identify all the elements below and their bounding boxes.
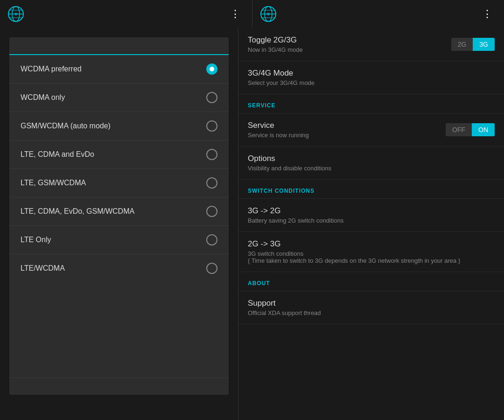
settings-item-subtitle-sec1_1: 3G switch conditions { Time taken to swi… [248,250,495,264]
settings-item-subtitle-1: Select your 3G/4G mode [248,79,495,86]
dialog-cancel-button[interactable] [9,378,229,395]
dialog-option-label-4: LTE, GSM/WCDMA [21,179,206,187]
settings-item-title-1: 3G/4G Mode [248,69,495,78]
settings-item-text-sec1_1: 2G -> 3G3G switch conditions { Time take… [248,239,495,264]
dialog-option-0[interactable]: WCDMA preferred [9,55,229,84]
toggle-option-3g[interactable]: 3G [473,38,495,51]
toggle-onoff-sec0_0[interactable]: OFFON [446,123,495,136]
settings-item-subtitle-sec0_1: Visibility and disable conditions [248,165,495,172]
dialog-option-3[interactable]: LTE, CDMA and EvDo [9,140,229,169]
toggle-2g3g-0[interactable]: 2G3G [451,38,495,51]
dialog-option-label-3: LTE, CDMA and EvDo [21,150,206,159]
radio-circle-3 [206,149,217,160]
settings-item-1[interactable]: 3G/4G ModeSelect your 3G/4G mode [238,61,504,94]
settings-item-title-sec1_1: 2G -> 3G [248,239,495,249]
dialog-option-label-1: WCDMA only [21,93,206,102]
settings-item-sec0_1[interactable]: OptionsVisibility and disable conditions [238,147,504,180]
toggle-option-2g[interactable]: 2G [451,38,473,51]
settings-item-text-1: 3G/4G ModeSelect your 3G/4G mode [248,69,495,86]
settings-item-text-sec0_1: OptionsVisibility and disable conditions [248,154,495,172]
dialog-option-label-0: WCDMA preferred [21,65,206,73]
settings-item-sec2_0[interactable]: SupportOfficial XDA support thread [238,291,504,324]
radio-circle-7 [206,263,217,274]
svg-point-5 [14,13,17,15]
toggle-option-on[interactable]: ON [472,123,495,136]
dialog-option-label-5: LTE, CDMA, EvDo, GSM/WCDMA [21,207,206,216]
settings-item-title-sec0_1: Options [248,154,495,163]
radio-circle-0 [206,63,217,75]
left-menu-button[interactable]: ⋮ [226,6,245,22]
section-header-1: SWITCH CONDITIONS [238,180,504,199]
app-icon-left [7,6,24,22]
dialog-option-1[interactable]: WCDMA only [9,84,229,112]
dialog-option-5[interactable]: LTE, CDMA, EvDo, GSM/WCDMA [9,197,229,226]
toggle-option-off[interactable]: OFF [446,123,472,136]
dialog-option-7[interactable]: LTE/WCDMA [9,254,229,282]
radio-circle-6 [206,234,217,245]
dialog-options: WCDMA preferredWCDMA onlyGSM/WCDMA (auto… [9,55,229,378]
settings-list: Toggle 2G/3GNow in 3G/4G mode2G3G3G/4G M… [238,28,504,324]
radio-circle-2 [206,120,217,132]
dialog-option-4[interactable]: LTE, GSM/WCDMA [9,169,229,197]
settings-item-subtitle-sec1_0: Battery saving 2G switch conditions [248,217,495,224]
right-panel: Toggle 2G/3GNow in 3G/4G mode2G3G3G/4G M… [238,28,504,420]
settings-item-0[interactable]: Toggle 2G/3GNow in 3G/4G mode2G3G [238,28,504,61]
right-app-bar: ⋮ [252,0,504,28]
dialog-option-label-2: GSM/WCDMA (auto mode) [21,122,206,130]
settings-item-text-0: Toggle 2G/3GNow in 3G/4G mode [248,35,451,53]
settings-item-sec1_1[interactable]: 2G -> 3G3G switch conditions { Time take… [238,232,504,272]
section-header-text-1: SWITCH CONDITIONS [248,188,315,194]
section-header-0: SERVICE [238,94,504,113]
dialog-option-2[interactable]: GSM/WCDMA (auto mode) [9,112,229,140]
settings-item-subtitle-0: Now in 3G/4G mode [248,46,451,53]
settings-item-title-sec2_0: Support [248,299,495,308]
section-header-text-0: SERVICE [248,102,275,109]
settings-item-title-0: Toggle 2G/3G [248,35,451,45]
radio-circle-4 [206,177,217,189]
settings-item-text-sec0_0: ServiceService is now running [248,121,446,139]
settings-item-subtitle-sec0_0: Service is now running [248,132,446,139]
left-panel: WCDMA preferredWCDMA onlyGSM/WCDMA (auto… [0,28,238,420]
radio-circle-5 [206,206,217,217]
dialog-option-label-6: LTE Only [21,236,206,244]
settings-item-title-sec0_0: Service [248,121,446,130]
app-icon-right [260,6,277,22]
dialog-option-label-7: LTE/WCDMA [21,264,206,273]
left-app-bar: ⋮ [0,0,252,28]
settings-item-sec0_0[interactable]: ServiceService is now runningOFFON [238,113,504,147]
settings-item-text-sec2_0: SupportOfficial XDA support thread [248,299,495,316]
settings-item-title-sec1_0: 3G -> 2G [248,206,495,216]
section-header-2: ABOUT [238,272,504,291]
dialog-option-6[interactable]: LTE Only [9,226,229,254]
left-footer [9,399,229,411]
dialog-header [9,37,229,55]
dialog-box: WCDMA preferredWCDMA onlyGSM/WCDMA (auto… [9,37,229,395]
settings-item-text-sec1_0: 3G -> 2GBattery saving 2G switch conditi… [248,206,495,224]
section-header-text-2: ABOUT [248,280,270,287]
settings-item-sec1_0[interactable]: 3G -> 2GBattery saving 2G switch conditi… [238,199,504,232]
svg-point-11 [267,13,270,15]
radio-circle-1 [206,92,217,103]
settings-item-subtitle-sec2_0: Official XDA support thread [248,309,495,316]
right-menu-button[interactable]: ⋮ [478,6,497,22]
